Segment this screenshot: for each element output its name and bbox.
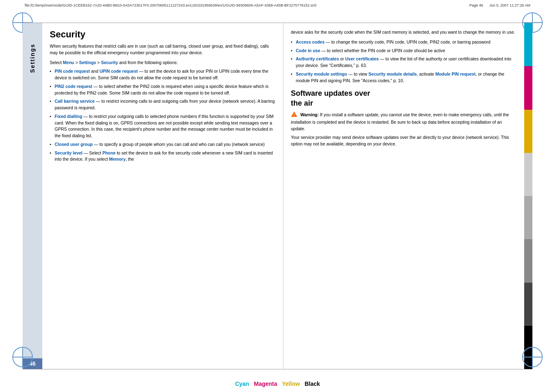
- strip-yellow: [524, 110, 532, 153]
- list-item-security-module: Security module settings — to view Secur…: [291, 71, 517, 84]
- security-options-list: PIN code request and UPIN code request —…: [50, 68, 276, 163]
- left-column: Security When security features that res…: [42, 23, 283, 369]
- strip-cyan: [524, 23, 532, 66]
- list-item-security-level: Security level — Select Phone to set the…: [50, 150, 276, 163]
- left-sidebar: Settings 46: [23, 23, 42, 369]
- magenta-label: Magenta: [254, 380, 277, 387]
- closed-user-group-link[interactable]: Closed user group: [55, 142, 93, 147]
- security-level-link[interactable]: Security level: [55, 150, 83, 155]
- strip-light-gray: [524, 153, 532, 196]
- filepath: file:/D:/temp/overmode/GUID-1CEEB162-7A2…: [25, 3, 316, 7]
- software-updates-title: Software updates overthe air: [291, 89, 517, 108]
- strip-dark-gray: [524, 283, 532, 326]
- list-item-pin: PIN code request and UPIN code request —…: [50, 68, 276, 81]
- list-item-access-codes: Access codes — to change the security co…: [291, 39, 517, 46]
- crosshair-bottom-right: [522, 347, 543, 367]
- warning-paragraph: ! Warning: If you install a software upd…: [291, 111, 517, 132]
- sidebar-label: Settings: [29, 44, 36, 73]
- fixed-dialling-link[interactable]: Fixed dialling: [55, 114, 82, 119]
- security-link[interactable]: Security: [101, 60, 118, 65]
- arrow2: >: [96, 60, 101, 65]
- right-options-list: Access codes — to change the security co…: [291, 39, 517, 84]
- warning-icon: !: [291, 111, 297, 119]
- and-following: and from the following options:: [118, 60, 177, 65]
- cyan-label: Cyan: [235, 380, 249, 387]
- authority-certs-link[interactable]: Authority certificates: [296, 56, 339, 61]
- module-pin-request-link[interactable]: Module PIN request: [435, 71, 476, 76]
- bottom-color-bar: Cyan Magenta Yellow Black: [0, 380, 555, 387]
- select-instruction: Select Menu > Settings > Security and fr…: [50, 60, 276, 66]
- black-label: Black: [305, 380, 320, 387]
- strip-gray: [524, 239, 532, 282]
- list-item-certificates: Authority certificates or User certifica…: [291, 56, 517, 69]
- warning-label: Warning:: [300, 112, 319, 117]
- right-column: device asks for the security code when t…: [283, 23, 524, 369]
- list-item-code-in-use: Code in use — to select whether the PIN …: [291, 48, 517, 54]
- select-label: Select: [50, 60, 63, 65]
- security-module-settings-link[interactable]: Security module settings: [296, 71, 347, 76]
- right-color-strips: [524, 23, 532, 369]
- memory-link[interactable]: Memory: [109, 157, 126, 161]
- phone-link[interactable]: Phone: [102, 150, 115, 155]
- list-item-pin2: PIN2 code request — to select whether th…: [50, 83, 276, 97]
- provider-text: Your service provider may send device so…: [291, 134, 517, 148]
- strip-magenta: [524, 66, 532, 109]
- user-certs-link[interactable]: User certificates: [345, 56, 379, 61]
- pin-code-link[interactable]: PIN code request: [55, 69, 90, 74]
- page-layout: Settings 46 Security When security featu…: [23, 23, 532, 369]
- svg-text:!: !: [294, 113, 295, 117]
- list-item-barring: Call barring service — to restrict incom…: [50, 98, 276, 111]
- content-area: Security When security features that res…: [42, 23, 524, 369]
- settings-link[interactable]: Settings: [79, 60, 96, 65]
- warning-section: ! Warning: If you install a software upd…: [291, 111, 517, 148]
- page-info: Page 46 Jun 5, 2007 11:27:26 AM: [469, 3, 530, 7]
- security-intro: When security features that restrict cal…: [50, 43, 276, 56]
- crosshair-bottom-left: [12, 347, 33, 367]
- list-item-fixed-dialling: Fixed dialling — to restrict your outgoi…: [50, 113, 276, 139]
- code-in-use-link[interactable]: Code in use: [296, 48, 320, 53]
- call-barring-link[interactable]: Call barring service: [55, 99, 94, 104]
- arrow1: >: [74, 60, 79, 65]
- warning-text: If you install a software update, you ca…: [291, 112, 509, 131]
- security-title: Security: [50, 29, 276, 40]
- pin2-code-link[interactable]: PIN2 code request: [55, 84, 92, 89]
- continued-text: device asks for the security code when t…: [291, 29, 517, 36]
- list-item-closed-group: Closed user group — to specify a group o…: [50, 141, 276, 148]
- strip-mid-gray: [524, 196, 532, 239]
- security-module-details-link[interactable]: Security module details: [368, 71, 417, 76]
- yellow-label: Yellow: [282, 380, 300, 387]
- sidebar-background: Settings: [23, 23, 42, 369]
- top-bar: file:/D:/temp/overmode/GUID-1CEEB162-7A2…: [25, 3, 530, 7]
- menu-link[interactable]: Menu: [63, 60, 74, 65]
- upin-code-link[interactable]: UPIN code request: [99, 69, 138, 74]
- access-codes-link[interactable]: Access codes: [296, 39, 325, 44]
